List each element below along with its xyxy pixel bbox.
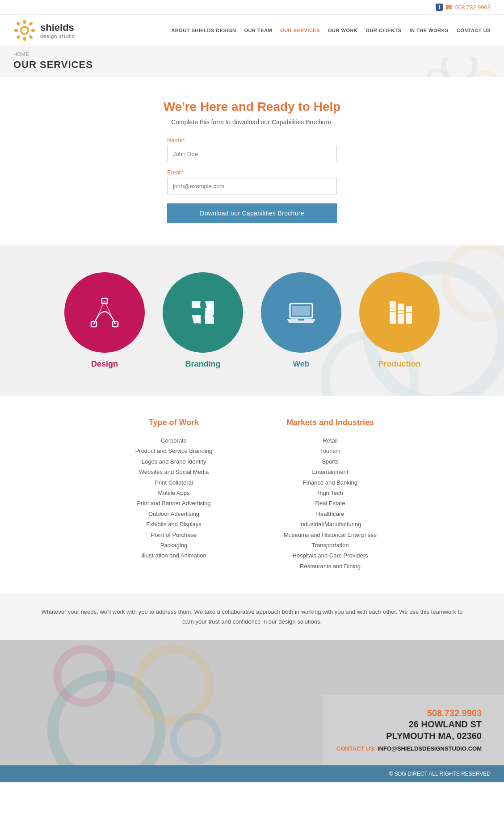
- list-item: Sports: [274, 456, 386, 467]
- type-of-work-list: Corporate Product and Service Branding L…: [118, 435, 230, 561]
- download-button[interactable]: Download our Capabilities Brochure: [167, 203, 337, 223]
- markets-list: Retail Tourism Sports Entertainment Fina…: [274, 435, 386, 571]
- markets-heading: Markets and Industries: [274, 418, 386, 427]
- list-item: Finance and Banking: [274, 477, 386, 488]
- list-item: Logos and Brand Identity: [118, 456, 230, 467]
- footer-banner: 508.732.9903 26 HOWLAND ST PLYMOUTH MA, …: [0, 640, 504, 765]
- list-item: High Tech: [274, 488, 386, 498]
- nav-clients[interactable]: OUR CLIENTS: [365, 28, 401, 33]
- breadcrumb: HOME: [13, 51, 491, 57]
- list-item: Print and Banner Advertising: [118, 498, 230, 508]
- branding-icon: [185, 295, 221, 330]
- footer-bar: © SDG DIRECT ALL RIGHTS RESERVED: [0, 765, 504, 782]
- logo-design-studio: design.studio: [40, 34, 75, 39]
- list-item: Tourism: [274, 446, 386, 456]
- email-input[interactable]: [167, 178, 337, 194]
- logo-gear-icon: [13, 19, 36, 42]
- nav-about[interactable]: ABOUT SHIELDS DESIGN: [171, 28, 236, 33]
- top-phone-number[interactable]: 508.732.9903: [455, 4, 491, 11]
- phone-icon: ☎: [445, 4, 453, 11]
- type-of-work-column: Type of Work Corporate Product and Servi…: [118, 418, 230, 571]
- type-of-work-heading: Type of Work: [118, 418, 230, 427]
- footer-phone[interactable]: 508.732.9903: [336, 708, 482, 718]
- list-item: Retail: [274, 435, 386, 446]
- footer-email-line: CONTACT US: INFO@SHIELDSDESIGNSTUDIO.COM: [336, 745, 482, 752]
- nav-work[interactable]: OUR WORK: [328, 28, 357, 33]
- svg-rect-23: [298, 319, 304, 321]
- top-bar: f ☎ 508.732.9903: [0, 0, 504, 15]
- branding-circle: [163, 272, 243, 353]
- form-section: We're Here and Ready to Help Complete th…: [0, 77, 504, 245]
- footer-email-link[interactable]: INFO@SHIELDSDESIGNSTUDIO.COM: [378, 745, 482, 752]
- production-icon: [382, 295, 417, 330]
- list-item: Museums and Historical Enterprises: [274, 530, 386, 540]
- service-design[interactable]: Design: [64, 272, 145, 369]
- services-section: Design Branding: [0, 245, 504, 396]
- service-branding[interactable]: Branding: [163, 272, 243, 369]
- list-item: Outdoor Advertising: [118, 509, 230, 519]
- design-label: Design: [91, 359, 118, 369]
- design-icon: [87, 295, 122, 330]
- production-label: Production: [378, 359, 421, 369]
- list-item: Point of Purchase: [118, 530, 230, 540]
- page-title-bar: OUR SERVICES: [0, 57, 504, 77]
- list-item: Exhibits and Displays: [118, 519, 230, 529]
- service-production[interactable]: Production: [359, 272, 440, 369]
- design-circle: [64, 272, 145, 353]
- form-subtext: Complete this form to download our Capab…: [171, 118, 333, 126]
- logo[interactable]: shields design.studio: [13, 19, 75, 42]
- svg-rect-24: [390, 301, 396, 324]
- svg-point-33: [138, 649, 209, 721]
- name-input[interactable]: [167, 146, 337, 162]
- web-icon: [283, 295, 319, 330]
- markets-column: Markets and Industries Retail Tourism Sp…: [274, 418, 386, 571]
- footer-gear-bg: [0, 640, 302, 765]
- list-item: Transportation: [274, 540, 386, 550]
- list-item: Industrial/Manufacturing: [274, 519, 386, 529]
- list-item: Corporate: [118, 435, 230, 446]
- svg-point-12: [428, 70, 446, 77]
- branding-label: Branding: [185, 359, 221, 369]
- form-container: Name* Email* Download our Capabilities B…: [167, 137, 337, 223]
- main-nav: ABOUT SHIELDS DESIGN OUR TEAM OUR SERVIC…: [171, 28, 491, 33]
- contact-label: CONTACT US:: [336, 745, 376, 752]
- svg-rect-22: [292, 306, 310, 316]
- list-item: Product and Service Branding: [118, 446, 230, 456]
- top-bar-contact: f ☎ 508.732.9903: [436, 4, 491, 11]
- nav-contact[interactable]: CONTACT US: [457, 28, 491, 33]
- nav-services[interactable]: OUR SERVICES: [280, 28, 320, 33]
- list-item: Illustration and Animation: [118, 550, 230, 561]
- facebook-icon[interactable]: f: [436, 4, 443, 11]
- svg-line-20: [105, 301, 115, 324]
- svg-rect-6: [16, 21, 21, 26]
- svg-point-1: [22, 28, 27, 33]
- svg-rect-7: [29, 21, 33, 26]
- page-title-gear-bg: [370, 57, 504, 77]
- form-heading: We're Here and Ready to Help: [164, 100, 341, 114]
- breadcrumb-section: HOME: [0, 47, 504, 57]
- services-grid: Design Branding: [13, 272, 491, 369]
- lists-section: Type of Work Corporate Product and Servi…: [0, 396, 504, 594]
- svg-point-11: [475, 72, 497, 77]
- nav-team[interactable]: OUR TEAM: [244, 28, 272, 33]
- web-label: Web: [293, 359, 310, 369]
- nav-in-the-works[interactable]: IN THE WORKS: [409, 28, 448, 33]
- footer-address-line1: 26 HOWLAND ST PLYMOUTH MA, 02360: [336, 718, 482, 742]
- list-item: Print Collateral: [118, 477, 230, 488]
- list-item: Websites and Social Media: [118, 467, 230, 477]
- svg-line-19: [94, 301, 105, 324]
- svg-rect-9: [29, 35, 33, 39]
- svg-rect-8: [16, 35, 21, 39]
- svg-rect-2: [23, 20, 26, 24]
- copyright-text: © SDG DIRECT ALL RIGHTS RESERVED: [389, 771, 491, 777]
- svg-rect-5: [31, 29, 35, 32]
- footer-contact-box: 508.732.9903 26 HOWLAND ST PLYMOUTH MA, …: [323, 695, 504, 765]
- bottom-text: Whatever your needs, we'll work with you…: [36, 607, 468, 627]
- email-label: Email*: [167, 169, 337, 176]
- production-circle: [359, 272, 440, 353]
- name-group: Name*: [167, 137, 337, 162]
- list-item: Real Estate: [274, 498, 386, 508]
- svg-rect-3: [23, 37, 26, 41]
- list-item: Hospitals and Care Providers: [274, 550, 386, 561]
- service-web[interactable]: Web: [261, 272, 341, 369]
